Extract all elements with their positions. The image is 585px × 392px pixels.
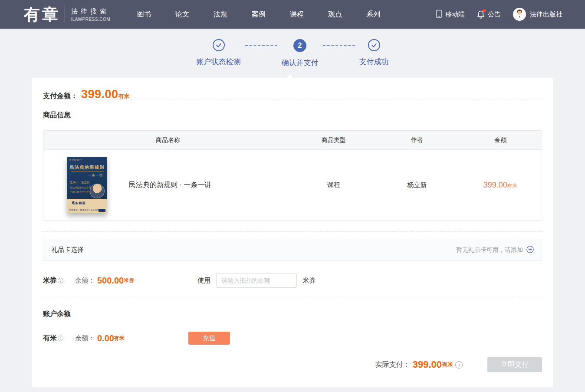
nav-item-regulations[interactable]: 法规 [214,10,227,19]
mi-coupon-label: 米券 [43,276,57,285]
actual-pay-label: 实际支付： [375,360,410,369]
mi-coupon-balance-label: 余额： [75,277,95,285]
step-check-icon [368,39,380,51]
use-label: 使用 [197,277,210,285]
goods-name-cell: 法律出版社 民法典的新规则 一条一讲 主讲人：杨立新 民法典编纂立法专家 中国人… [43,157,292,213]
deduct-amount-input[interactable] [216,273,297,288]
col-header-author: 作者 [375,136,459,144]
cover-band-text-1: ·逐条精讲· [70,201,87,205]
cover-title-underline [71,171,104,171]
youmi-balance-label: 余额： [75,334,95,343]
nav-item-courses[interactable]: 课程 [290,10,304,19]
notification-dot [483,9,486,12]
youmi-label: 有米 [43,334,57,343]
nav-item-cases[interactable]: 案例 [252,10,266,19]
goods-price-unit: 有米 [507,183,518,189]
youmi-balance-value: 0.00 [97,333,114,343]
divider [42,231,543,232]
info-icon[interactable] [455,361,463,369]
user-name: 法律出版社 [530,10,562,19]
site-logo[interactable]: 有章 法律搜索 iLAWPRESS.COM [24,6,110,23]
divider [42,298,543,298]
col-header-name: 商品名称 [43,136,292,144]
cover-badge [99,209,105,212]
goods-table-header: 商品名称 商品类型 作者 金额 [43,131,542,150]
account-balance-title: 账户余额 [43,310,542,319]
step-label: 确认并支付 [282,58,319,68]
info-icon[interactable] [58,278,63,283]
nav-item-papers[interactable]: 论文 [175,10,189,19]
payment-amount-row: 支付金额： 399.00 有米 [43,78,542,99]
goods-section-title: 商品信息 [43,111,542,120]
top-navbar: 有章 法律搜索 iLAWPRESS.COM 图书 论文 法规 案例 课程 观点 … [0,0,585,29]
step-current-number: 2 [293,39,306,52]
step-connector [323,45,355,46]
goods-table: 商品名称 商品类型 作者 金额 法律出版社 民法典的新规则 一条一讲 主讲人：杨… [43,130,542,221]
step-connector [245,45,277,46]
payment-amount-label: 支付金额： [43,92,78,101]
goods-price: 399.00有米 [460,181,542,190]
step-label: 账户状态检测 [197,57,241,67]
youmi-balance-unit: 有米 [114,335,125,342]
main-nav: 图书 论文 法规 案例 课程 观点 系列 [137,10,380,19]
col-header-price: 金额 [460,136,542,144]
step-label: 支付成功 [359,57,389,67]
cover-publisher: 法律出版社 [69,158,82,161]
course-cover-image[interactable]: 法律出版社 民法典的新规则 一条一讲 主讲人：杨立新 民法典编纂立法专家 中国人… [67,157,107,213]
gift-card-bar: 礼品卡选择 暂无礼品卡可用，请添加 [43,239,542,261]
mi-coupon-balance-unit: 米券 [124,277,134,284]
cover-band-text-2: 创新条文｜修改条文｜核心条文 [69,208,99,211]
checkout-footer: 实际支付： 399.00 有米 立即支付 [375,357,542,372]
notice-label: 公告 [488,10,501,19]
payment-amount-value: 399.00 [81,88,118,101]
goods-price-value: 399.00 [483,181,507,189]
nav-item-opinions[interactable]: 观点 [328,10,342,19]
goods-table-row: 法律出版社 民法典的新规则 一条一讲 主讲人：杨立新 民法典编纂立法专家 中国人… [43,150,542,220]
mi-coupon-balance-value: 500.00 [97,276,124,286]
mi-coupon-row: 米券 余额： 500.00 米券 使用 米券 [43,272,542,289]
actual-pay-value: 399.00 [413,359,442,370]
gift-card-label: 礼品卡选择 [51,246,84,254]
user-avatar [513,8,526,21]
mi-coupon-suffix: 米券 [302,277,316,285]
logo-subtitle: 法律搜索 iLAWPRESS.COM [71,7,110,22]
cover-bottom-band: ·逐条精讲· 创新条文｜修改条文｜核心条文 [67,199,107,213]
gift-card-hint: 暂无礼品卡可用，请添加 [456,246,523,254]
step-pay-success: 支付成功 [359,39,389,67]
notice-link[interactable]: 公告 [477,10,501,19]
nav-item-series[interactable]: 系列 [366,10,380,19]
checkout-panel: 支付金额： 399.00 有米 商品信息 商品名称 商品类型 作者 金额 法律出… [32,78,553,387]
logo-wordmark: 有章 [24,7,60,23]
step-done-check-icon [213,39,225,51]
cover-portrait [90,184,105,198]
panel-caret [286,74,294,78]
navbar-right: 移动端 公告 法律出版社 [436,8,562,21]
youmi-balance-row: 有米 余额： 0.00 有米 充值 [43,331,542,346]
logo-divider [65,6,65,23]
logo-subtitle-en: iLAWPRESS.COM [71,17,110,22]
cover-speaker: 主讲人：杨立新 [70,181,90,184]
checkout-steps-bar: 账户状态检测 2 确认并支付 支付成功 [0,29,585,78]
phone-icon [436,10,442,20]
add-gift-card-link[interactable]: 暂无礼品卡可用，请添加 [456,246,534,254]
pay-now-button[interactable]: 立即支付 [487,357,542,372]
payment-amount-unit: 有米 [118,92,130,100]
user-menu[interactable]: 法律出版社 [513,8,562,21]
step-confirm-pay: 2 确认并支付 [282,39,319,68]
cover-credential-1: 民法典编纂立法专家 [70,186,92,189]
goods-name[interactable]: 民法典的新规则 · 一条一讲 [129,181,211,190]
goods-type: 课程 [292,181,375,189]
col-header-type: 商品类型 [292,136,375,144]
info-icon[interactable] [58,336,63,341]
bell-icon [477,10,485,19]
nav-item-books[interactable]: 图书 [137,10,151,19]
step-account-check: 账户状态检测 [197,39,241,67]
mobile-link[interactable]: 移动端 [436,10,465,20]
logo-subtitle-cn: 法律搜索 [71,7,110,16]
add-plus-icon[interactable] [526,246,534,254]
cover-subtitle: 一条一讲 [88,173,103,178]
recharge-button[interactable]: 充值 [188,332,230,345]
goods-author: 杨立新 [375,181,459,189]
mobile-label: 移动端 [445,10,465,19]
actual-pay-unit: 有米 [442,361,453,369]
